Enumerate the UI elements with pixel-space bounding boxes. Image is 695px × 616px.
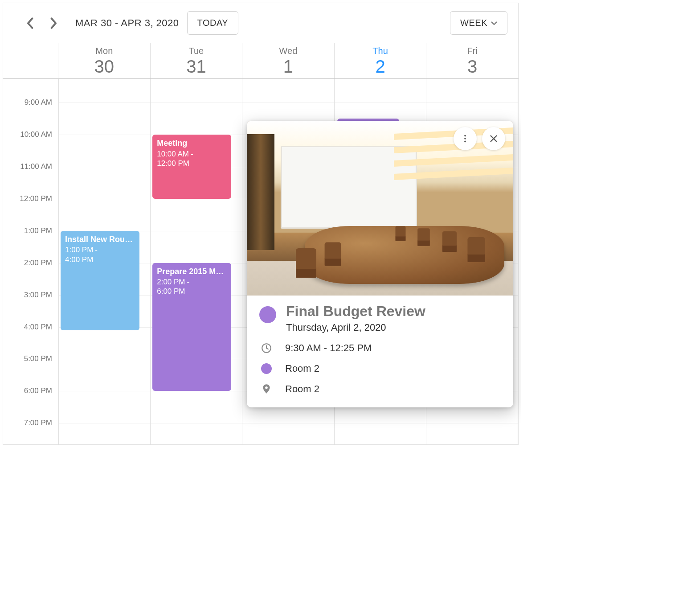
event-block-title: Prepare 2015 M…: [157, 267, 227, 277]
event-block-title: Install New Rou…: [65, 234, 135, 245]
more-vertical-icon: [460, 134, 470, 144]
day-header-tue[interactable]: Tue 31: [151, 43, 243, 78]
time-header-spacer: [3, 43, 58, 78]
calendar-event[interactable]: Install New Rou…1:00 PM-4:00 PM: [61, 231, 139, 330]
day-number: 2: [335, 56, 426, 77]
event-close-button[interactable]: [482, 127, 505, 150]
svg-point-0: [464, 135, 466, 137]
day-column-mon[interactable]: Install New Rou…1:00 PM-4:00 PM: [59, 79, 151, 444]
close-icon: [489, 134, 499, 144]
event-block-title: Meeting: [157, 138, 227, 148]
calendar-toolbar: MAR 30 - APR 3, 2020 TODAY WEEK: [3, 3, 519, 43]
time-label: 12:00 PM: [20, 194, 52, 203]
day-header-mon[interactable]: Mon 30: [58, 43, 151, 78]
day-column-tue[interactable]: Meeting10:00 AM-12:00 PMPrepare 2015 M…2…: [151, 79, 242, 444]
dow-label: Mon: [58, 46, 150, 56]
time-label: 1:00 PM: [24, 226, 52, 235]
chevron-right-icon: [50, 17, 57, 29]
day-number: 3: [426, 56, 518, 77]
time-label: 9:00 AM: [25, 98, 52, 107]
time-column: 9:00 AM10:00 AM11:00 AM12:00 PM1:00 PM2:…: [3, 79, 59, 444]
dow-label: Tue: [151, 46, 242, 56]
next-button[interactable]: [45, 14, 63, 32]
event-title: Final Budget Review: [286, 304, 425, 319]
day-header-thu[interactable]: Thu 2: [335, 43, 427, 78]
prev-button[interactable]: [21, 14, 39, 32]
time-label: 3:00 PM: [24, 291, 52, 300]
time-label: 2:00 PM: [24, 259, 52, 267]
time-label: 10:00 AM: [20, 130, 52, 139]
calendar-event[interactable]: Meeting10:00 AM-12:00 PM: [152, 135, 231, 199]
caret-down-icon: [491, 21, 497, 25]
event-more-button[interactable]: [454, 127, 477, 150]
dow-label: Wed: [242, 46, 334, 56]
time-label: 5:00 PM: [24, 354, 52, 363]
today-button[interactable]: TODAY: [187, 11, 239, 35]
calendar-grid: 9:00 AM10:00 AM11:00 AM12:00 PM1:00 PM2:…: [3, 79, 519, 445]
event-block-time: 1:00 PM-4:00 PM: [65, 245, 135, 264]
day-number: 1: [242, 56, 334, 77]
location-pin-icon: [259, 383, 274, 395]
day-header-wed[interactable]: Wed 1: [242, 43, 335, 78]
day-header-fri[interactable]: Fri 3: [426, 43, 519, 78]
event-block-time: 2:00 PM-6:00 PM: [157, 277, 227, 296]
clock-icon: [259, 342, 274, 354]
event-resource: Room 2: [285, 363, 319, 374]
time-label: 6:00 PM: [24, 386, 52, 395]
dow-label: Thu: [335, 46, 426, 56]
view-selector[interactable]: WEEK: [450, 11, 507, 35]
event-location: Room 2: [285, 383, 319, 395]
event-time: 9:30 AM - 12:25 PM: [285, 342, 372, 354]
svg-point-2: [464, 141, 466, 143]
resource-color-icon: [259, 363, 274, 374]
dow-label: Fri: [426, 46, 518, 56]
event-block-time: 10:00 AM-12:00 PM: [157, 149, 227, 168]
event-popover: Final Budget Review Thursday, April 2, 2…: [247, 121, 513, 407]
event-image: [247, 121, 513, 296]
event-date: Thursday, April 2, 2020: [286, 322, 425, 333]
day-number: 31: [151, 56, 242, 77]
date-range-label: MAR 30 - APR 3, 2020: [75, 17, 179, 29]
day-number: 30: [58, 56, 150, 77]
time-label: 7:00 PM: [24, 419, 52, 427]
svg-point-1: [464, 138, 466, 140]
view-selector-label: WEEK: [460, 18, 487, 28]
time-label: 11:00 AM: [20, 162, 52, 171]
chevron-left-icon: [26, 17, 33, 29]
time-label: 4:00 PM: [24, 323, 52, 332]
event-color-dot: [259, 306, 276, 323]
day-header-row: Mon 30 Tue 31 Wed 1 Thu 2 Fri 3: [3, 43, 519, 79]
calendar-event[interactable]: Prepare 2015 M…2:00 PM-6:00 PM: [152, 263, 231, 391]
svg-point-4: [265, 386, 268, 389]
